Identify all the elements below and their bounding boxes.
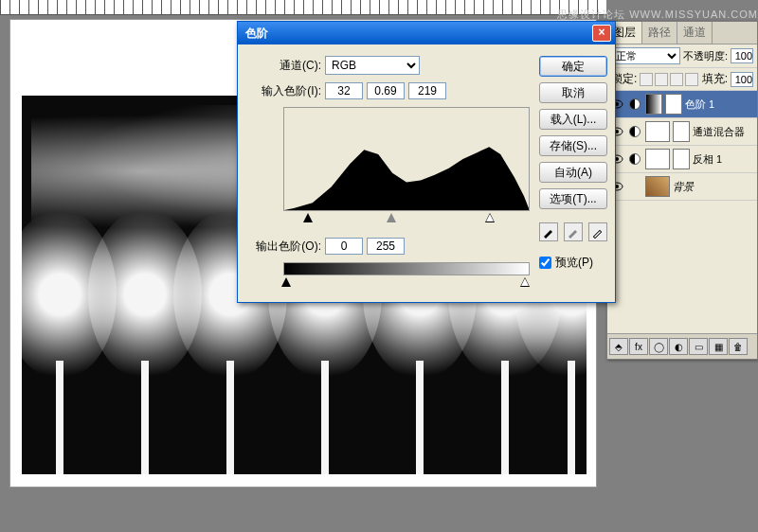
input-levels-label: 输入色阶(I): — [249, 83, 321, 99]
cancel-button[interactable]: 取消 — [539, 82, 607, 103]
layer-thumbnail — [645, 149, 670, 169]
output-slider[interactable] — [283, 277, 530, 291]
horizontal-ruler — [0, 0, 606, 15]
lock-transparency-icon[interactable] — [640, 73, 653, 86]
auto-button[interactable]: 自动(A) — [539, 162, 607, 183]
channel-label: 通道(C): — [268, 58, 321, 74]
layer-name[interactable]: 背景 — [673, 180, 755, 194]
layer-mask-thumbnail — [673, 121, 690, 142]
adjustment-icon — [627, 98, 642, 111]
layer-style-icon[interactable]: fx — [629, 338, 648, 355]
layer-thumbnail — [645, 121, 670, 142]
fill-label: 填充: — [702, 71, 728, 87]
histogram-display — [283, 107, 530, 211]
output-black-field[interactable] — [325, 238, 363, 255]
output-black-slider[interactable] — [281, 277, 291, 287]
opacity-field[interactable] — [731, 48, 753, 63]
layer-name[interactable]: 色阶 1 — [685, 98, 755, 112]
add-mask-icon[interactable]: ◯ — [649, 338, 668, 355]
layer-row-background[interactable]: 背景 — [607, 173, 757, 201]
output-white-field[interactable] — [367, 238, 405, 255]
input-slider[interactable] — [283, 213, 530, 226]
layer-row-invert[interactable]: 反相 1 — [607, 146, 757, 173]
input-white-field[interactable] — [408, 82, 446, 99]
lock-position-icon[interactable] — [670, 73, 683, 86]
layer-thumbnail — [645, 94, 662, 115]
layer-mask-thumbnail — [673, 149, 690, 169]
delete-layer-icon[interactable]: 🗑 — [729, 338, 748, 355]
tab-paths[interactable]: 路径 — [642, 22, 677, 44]
preview-checkbox[interactable] — [539, 257, 551, 269]
options-button[interactable]: 选项(T)... — [539, 188, 607, 209]
layer-name[interactable]: 通道混合器 — [693, 125, 755, 139]
ok-button[interactable]: 确定 — [539, 56, 607, 77]
adjustment-icon — [627, 152, 642, 166]
tab-channels[interactable]: 通道 — [677, 22, 713, 44]
lock-pixels-icon[interactable] — [655, 73, 668, 86]
blend-mode-select[interactable]: 正常 — [611, 47, 680, 64]
adjustment-layer-icon[interactable]: ◐ — [669, 338, 688, 355]
close-button[interactable]: × — [592, 25, 611, 42]
load-button[interactable]: 载入(L)... — [539, 109, 607, 130]
new-layer-icon[interactable]: ▦ — [709, 338, 728, 355]
link-layers-icon[interactable]: ⬘ — [609, 338, 628, 355]
layer-row-channel-mixer[interactable]: 通道混合器 — [607, 118, 757, 146]
layer-thumbnail — [645, 176, 670, 197]
gamma-slider[interactable] — [387, 213, 396, 222]
watermark-text: 思缘设计论坛 WWW.MISSYUAN.COM — [557, 8, 758, 22]
new-group-icon[interactable]: ▭ — [689, 338, 708, 355]
levels-dialog: 色阶 × 通道(C): RGB 输入色阶(I): — [237, 21, 616, 303]
lock-all-icon[interactable] — [685, 73, 698, 86]
preview-label: 预览(P) — [555, 255, 593, 271]
opacity-label: 不透明度: — [683, 49, 728, 63]
black-eyedropper-icon[interactable] — [539, 222, 558, 241]
black-point-slider[interactable] — [303, 213, 313, 222]
white-point-slider[interactable] — [485, 213, 495, 222]
fill-field[interactable] — [731, 72, 753, 87]
input-black-field[interactable] — [325, 82, 363, 99]
output-levels-label: 输出色阶(O): — [249, 239, 321, 255]
layers-panel: 图层 路径 通道 正常 不透明度: 锁定: 填充: 色阶 1 通道混合器 — [606, 21, 758, 360]
layer-mask-thumbnail — [665, 94, 682, 115]
input-gamma-field[interactable] — [367, 82, 405, 99]
white-eyedropper-icon[interactable] — [588, 222, 607, 241]
channel-select[interactable]: RGB — [325, 56, 420, 75]
gray-eyedropper-icon[interactable] — [564, 222, 583, 241]
layer-row-levels[interactable]: 色阶 1 — [607, 91, 757, 118]
adjustment-icon — [627, 125, 642, 138]
save-button[interactable]: 存储(S)... — [539, 135, 607, 156]
dialog-title: 色阶 — [242, 26, 592, 42]
output-white-slider[interactable] — [520, 277, 530, 287]
output-gradient — [283, 262, 530, 275]
layer-name[interactable]: 反相 1 — [693, 152, 755, 167]
dialog-titlebar[interactable]: 色阶 × — [238, 22, 615, 44]
